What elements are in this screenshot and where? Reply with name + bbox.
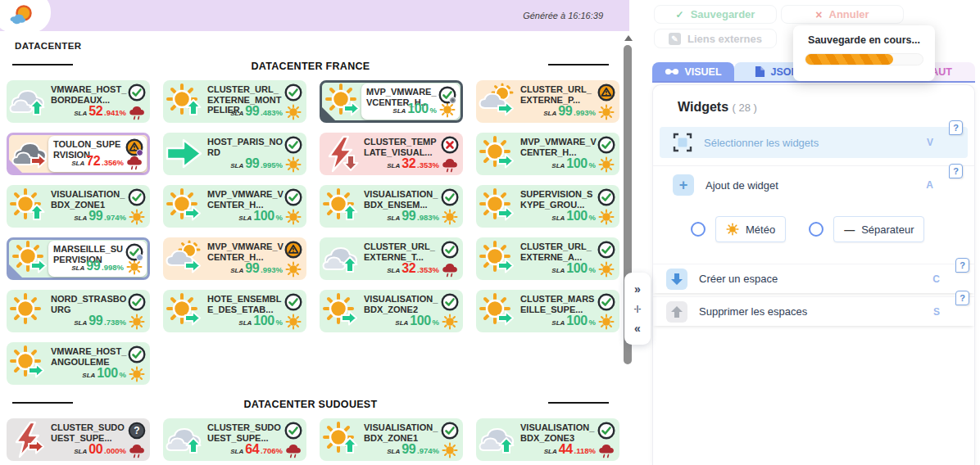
- sla-value-int: 32: [402, 156, 415, 171]
- widget-tile[interactable]: MVP_VMWARE_VCENTER_H... SLA 100 %: [476, 133, 619, 175]
- tile-sla: SLA 32 .353%: [387, 156, 458, 173]
- sla-value-int: 32: [402, 261, 415, 276]
- tab-visuel[interactable]: VISUEL: [652, 62, 734, 81]
- separateur-button[interactable]: — Séparateur: [833, 216, 924, 242]
- tile-sla: SLA 44 .118%: [544, 442, 615, 458]
- weather-icon: [8, 420, 48, 459]
- widget-tile[interactable]: CLUSTER_TEMPLATE_VISUAL... SLA 32 .353%: [320, 133, 463, 175]
- svg-text:?: ?: [134, 425, 139, 436]
- sla-trend-icon: [598, 104, 615, 120]
- expand-panel-icon[interactable]: »: [634, 283, 641, 295]
- widget-tile[interactable]: MVP_VMWARE_VCENTER_H... SLA 100 %: [320, 80, 463, 123]
- sla-label: SLA: [74, 214, 87, 222]
- sla-trend-icon: [285, 209, 302, 225]
- sla-label: SLA: [74, 319, 87, 327]
- sla-label: SLA: [230, 267, 243, 274]
- widget-tile[interactable]: CLUSTER_URL_EXTERNE_MONTPELIER SLA 99 .4…: [163, 80, 306, 123]
- tile-title: VISUALISATION_BDX_ZONE1: [364, 422, 441, 443]
- help-icon[interactable]: ?: [949, 120, 963, 135]
- tile-title: CLUSTER_SUDOUEST_SUPE...: [51, 422, 128, 443]
- delete-spaces-row[interactable]: Supprimer les espaces S ?: [653, 296, 974, 326]
- external-links-button[interactable]: ✎ Liens externes: [654, 29, 777, 48]
- resize-handle-icon[interactable]: -|-: [634, 305, 642, 313]
- widget-tile[interactable]: HOTE_ENSEMBLE_DES_ETAB... SLA 100 %: [163, 290, 306, 332]
- select-widgets-row[interactable]: Sélectionner les widgets V ?: [660, 127, 968, 158]
- sla-value-frac: .998%: [102, 263, 124, 272]
- help-icon[interactable]: ?: [955, 291, 969, 305]
- weather-icon: [478, 187, 517, 226]
- widget-tile[interactable]: VISUALISATION_BDX_ZONE3 SLA 44 .118%: [476, 418, 619, 461]
- create-space-row[interactable]: Créer un espace C ?: [653, 264, 974, 293]
- widget-tile[interactable]: NORD_STRASBOURG SLA 99 .738%: [7, 290, 150, 332]
- widget-tile[interactable]: MVP_VMWARE_VCENTER_H... SLA 99 .993%: [163, 237, 306, 280]
- radio-meteo[interactable]: [691, 222, 706, 237]
- tile-title: CLUSTER_SUDOUEST_SUPE...: [207, 422, 284, 443]
- sla-value-int: 00: [88, 442, 102, 457]
- tile-title: NORD_STRASBOURG: [51, 294, 128, 314]
- scroll-up-arrow-icon[interactable]: [624, 35, 633, 41]
- meteo-button[interactable]: Météo: [715, 216, 786, 242]
- widget-tile[interactable]: CLUSTER_SUDOUEST_SUPE... SLA 64 .706%: [163, 418, 306, 461]
- widget-tile[interactable]: CLUSTER_MARSEILLE_SUPE... SLA 100 %: [476, 290, 619, 332]
- widget-tile[interactable]: VISUALISATION_BDX_ZONE1 SLA 99 .974%: [7, 185, 150, 228]
- weather-icon: [8, 187, 48, 226]
- status-badge-icon: [441, 241, 459, 259]
- widgets-count: ( 28 ): [733, 102, 757, 114]
- sla-label: SLA: [544, 448, 557, 455]
- widget-tile[interactable]: VMWARE_HOST_BORDEAUX... SLA 52 .941%: [7, 80, 150, 123]
- tile-title: CLUSTER_URL_EXTERNE_A...: [520, 242, 597, 262]
- sla-value-frac: .706%: [261, 446, 283, 455]
- tile-sla: SLA 32 .353%: [387, 261, 458, 278]
- widget-tile[interactable]: TOULON_SUPERVISION SLA 72 .356%: [7, 133, 150, 175]
- sun-cloud-logo-icon: [8, 4, 36, 29]
- sla-value-int: 100: [566, 314, 587, 328]
- sla-trend-icon: [129, 104, 145, 120]
- widget-tile[interactable]: SUPERVISION_SKYPE_GROU... SLA 100 %: [476, 185, 619, 228]
- sla-trend-icon: [442, 209, 458, 225]
- status-badge-icon: [438, 86, 456, 104]
- widget-tile[interactable]: HOST_PARIS_NORD SLA 99 .995%: [163, 133, 306, 175]
- save-button[interactable]: ✓ Sauvegarder: [654, 5, 777, 24]
- weather-icon: [11, 134, 50, 174]
- sla-value-frac: .993%: [261, 265, 283, 274]
- widget-tile[interactable]: CLUSTER_URL_EXTERNE_A... SLA 100 %: [476, 237, 619, 280]
- arrow-down-icon: [666, 269, 687, 290]
- widget-tile[interactable]: VISUALISATION_BDX_ZONE2 SLA 100 %: [320, 290, 463, 332]
- widget-tile[interactable]: CLUSTER_SUDOUEST_SUPE... ? SLA 00 .000%: [7, 418, 150, 461]
- sla-value-frac: .483%: [261, 108, 283, 117]
- sla-value-int: 100: [410, 314, 430, 328]
- status-badge-icon: [597, 293, 615, 311]
- sla-trend-icon: [598, 156, 615, 173]
- help-icon[interactable]: ?: [955, 258, 969, 273]
- tile-title: CLUSTER_URL_EXTERNE_P...: [520, 84, 597, 105]
- widget-tile[interactable]: CLUSTER_URL_EXTERNE_P... SLA 99 .993%: [476, 80, 619, 123]
- weather-icon: [478, 239, 517, 278]
- sla-trend-icon: [129, 314, 145, 330]
- vertical-scrollbar[interactable]: [621, 33, 635, 465]
- widget-tile[interactable]: VMWARE_HOST_ANGOULEME SLA 100 %: [7, 342, 150, 385]
- create-space-label: Créer un espace: [699, 273, 778, 285]
- collapse-panel-icon[interactable]: «: [634, 323, 641, 334]
- sla-label: SLA: [395, 319, 408, 327]
- sla-label: SLA: [230, 448, 243, 455]
- widget-tile[interactable]: MVP_VMWARE_VCENTER_H... SLA 100 %: [163, 185, 306, 228]
- widget-tile[interactable]: MARSEILLE_SUPERVISION SLA 99 .998%: [7, 237, 150, 280]
- tile-sla: SLA 00 .000%: [74, 442, 145, 458]
- add-widget-row[interactable]: + Ajout de widget A ?: [660, 170, 968, 200]
- cancel-button[interactable]: × Annuler: [781, 5, 904, 24]
- status-badge-icon: [284, 84, 302, 102]
- widget-tile[interactable]: CLUSTER_URL_EXTERNE_T... SLA 32 .353%: [320, 237, 463, 280]
- widget-tile[interactable]: VISUALISATION_BDX_ZONE1 SLA 99 .974%: [320, 418, 463, 461]
- status-badge-icon: [284, 293, 302, 311]
- sla-value-frac: %: [433, 318, 439, 327]
- sla-trend-icon: [285, 261, 302, 278]
- sla-value-frac: .000%: [104, 446, 126, 455]
- tile-title: CLUSTER_URL_EXTERNE_T...: [364, 242, 441, 262]
- help-icon[interactable]: ?: [949, 164, 963, 178]
- weather-icon: [165, 187, 204, 226]
- space-actions: Créer un espace C ? Supprimer les espace…: [653, 264, 974, 326]
- widget-tile[interactable]: VISUALISATION_BDX_ENSEM... SLA 99 .983%: [320, 185, 463, 228]
- radio-separateur[interactable]: [809, 222, 823, 237]
- widgets-panel-title: Widgets ( 28 ): [678, 100, 974, 115]
- tile-title: MVP_VMWARE_VCENTER_H...: [520, 137, 597, 157]
